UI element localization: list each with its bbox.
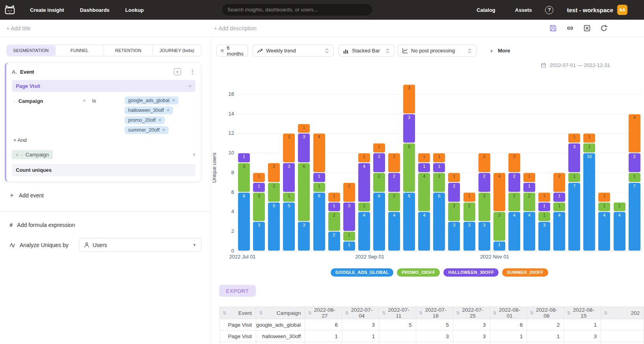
event-menu-icon[interactable]: ⋮: [190, 68, 195, 75]
workspace-name[interactable]: test - workspace: [567, 7, 613, 13]
add-formula-button[interactable]: # Add formula expression: [9, 221, 75, 228]
bar-segment-google_ads_global[interactable]: 7: [629, 183, 640, 251]
bar-segment-summer_20off[interactable]: 1: [538, 193, 550, 202]
remove-breakdown-icon[interactable]: ×: [16, 152, 18, 157]
add-title-field[interactable]: + Add title: [6, 25, 31, 32]
bar-segment-google_ads_global[interactable]: 4: [553, 212, 565, 251]
table-header-cell[interactable]: ⇅2022-08-15: [564, 307, 601, 319]
sort-icon[interactable]: ⇅: [345, 311, 348, 316]
bar-segment-summer_20off[interactable]: 2: [508, 153, 520, 172]
bar-segment-summer_20off[interactable]: 4: [629, 114, 640, 153]
bar-segment-google_ads_global[interactable]: 3: [478, 222, 490, 251]
bar-segment-summer_20off[interactable]: 2: [388, 153, 400, 172]
nav-assets[interactable]: Assets: [515, 7, 532, 13]
bar-segment-google_ads_global[interactable]: 4: [614, 212, 625, 251]
legend-item-promo_20off[interactable]: PROMO_20OFF: [397, 268, 440, 277]
bar-segment-promo_20off[interactable]: 1: [629, 173, 640, 182]
bar-segment-halloween_30off[interactable]: 3: [343, 203, 355, 231]
bar-segment-summer_20off[interactable]: 1: [463, 193, 475, 202]
legend-item-halloween_30off[interactable]: HALLOWEEN_30OFF: [443, 268, 499, 277]
sort-icon[interactable]: ⇅: [382, 311, 385, 316]
table-header-cell[interactable]: ⇅2022-06-27: [305, 307, 342, 319]
bar-segment-google_ads_global[interactable]: 3: [463, 222, 475, 251]
bar-segment-google_ads_global[interactable]: 6: [433, 193, 445, 251]
legend-item-summer_20off[interactable]: SUMMER_20OFF: [502, 268, 548, 277]
tab-funnel[interactable]: FUNNEL: [55, 45, 104, 56]
bar-segment-summer_20off[interactable]: 1: [568, 134, 580, 143]
bar-segment-google_ads_global[interactable]: 4: [418, 212, 430, 251]
bar-segment-google_ads_global[interactable]: 1: [343, 242, 355, 251]
bar-segment-halloween_30off[interactable]: 1: [418, 163, 430, 172]
bar-segment-google_ads_global[interactable]: 4: [523, 212, 535, 251]
bar-segment-summer_20off[interactable]: 3: [403, 85, 415, 113]
bar-segment-promo_20off[interactable]: 1: [538, 212, 550, 221]
add-event-button[interactable]: + Add event: [10, 192, 44, 199]
bar-segment-summer_20off[interactable]: 4: [313, 134, 325, 172]
bar-segment-halloween_30off[interactable]: 1: [253, 183, 265, 192]
bar-segment-halloween_30off[interactable]: 1: [313, 173, 325, 182]
chart-date-range[interactable]: 2022-07-01 — 2022-12-31: [541, 62, 610, 68]
bar-segment-summer_20off[interactable]: 1: [253, 173, 265, 182]
bar-segment-promo_20off[interactable]: 3: [478, 193, 490, 221]
bar-segment-google_ads_global[interactable]: 1: [493, 242, 505, 251]
bar-segment-halloween_30off[interactable]: 1: [553, 193, 565, 202]
save-icon[interactable]: [549, 24, 557, 32]
bar-segment-summer_20off[interactable]: 1: [328, 193, 340, 202]
bar-segment-summer_20off[interactable]: 3: [283, 134, 295, 162]
breakdown-tag[interactable]: × · Campaign: [12, 150, 53, 159]
sort-icon[interactable]: ⇅: [259, 311, 262, 316]
app-logo-cat-icon[interactable]: [4, 4, 16, 16]
table-header-cell[interactable]: ⇅2022-07-18: [416, 307, 453, 319]
more-button[interactable]: + More: [490, 45, 510, 57]
bar-segment-summer_20off[interactable]: 1: [373, 143, 385, 152]
bar-segment-promo_20off[interactable]: 1: [553, 203, 565, 212]
bar-segment-google_ads_global[interactable]: 2: [328, 232, 340, 251]
bar-segment-promo_20off[interactable]: 1: [313, 183, 325, 192]
bar-segment-promo_20off[interactable]: 3: [238, 163, 250, 192]
remove-tag-icon[interactable]: ×: [167, 108, 169, 113]
bar-segment-halloween_30off[interactable]: 1: [433, 163, 445, 172]
bar-segment-halloween_30off[interactable]: 2: [448, 183, 460, 202]
add-and-condition[interactable]: + And: [13, 137, 27, 143]
bar-segment-halloween_30off[interactable]: 2: [629, 153, 640, 172]
bar-segment-promo_20off[interactable]: 1: [358, 203, 370, 212]
bar-segment-promo_20off[interactable]: 3: [493, 212, 505, 241]
remove-tag-icon[interactable]: ×: [162, 127, 165, 133]
bar-segment-halloween_30off[interactable]: 3: [298, 134, 310, 162]
help-icon[interactable]: ?: [545, 6, 553, 14]
refresh-icon[interactable]: [600, 24, 608, 32]
bar-segment-summer_20off[interactable]: 1: [583, 134, 595, 143]
bar-segment-summer_20off[interactable]: 1: [433, 153, 445, 162]
bar-segment-summer_20off[interactable]: 1: [418, 153, 430, 162]
duplicate-event-icon[interactable]: +: [174, 68, 181, 75]
bar-segment-google_ads_global[interactable]: 6: [373, 193, 385, 251]
sort-icon[interactable]: ⇅: [567, 311, 570, 316]
bar-segment-halloween_30off[interactable]: 2: [388, 173, 400, 192]
aggregation-selector[interactable]: Count uniques: [12, 164, 195, 176]
bar-segment-google_ads_global[interactable]: 5: [268, 203, 280, 251]
bar-segment-google_ads_global[interactable]: 3: [298, 222, 310, 251]
bar-segment-halloween_30off[interactable]: 2: [508, 173, 520, 192]
table-header-cell[interactable]: ⇅2022-07-11: [379, 307, 416, 319]
bar-segment-summer_20off[interactable]: 1: [523, 173, 535, 182]
bar-segment-halloween_30off[interactable]: 1: [538, 203, 550, 212]
remove-filter-icon[interactable]: ×: [83, 97, 90, 105]
bar-segment-promo_20off[interactable]: 1: [583, 143, 595, 152]
bar-segment-summer_20off[interactable]: 1: [298, 124, 310, 133]
bar-segment-summer_20off[interactable]: 1: [358, 153, 370, 162]
filter-value-tag[interactable]: halloween_30off×: [125, 106, 173, 114]
bar-segment-promo_20off[interactable]: 1: [343, 232, 355, 241]
bar-segment-summer_20off[interactable]: 2: [478, 153, 490, 172]
bar-segment-promo_20off[interactable]: 6: [298, 163, 310, 221]
bar-segment-promo_20off[interactable]: 4: [418, 173, 430, 212]
sort-icon[interactable]: ⇅: [530, 311, 533, 316]
bar-segment-google_ads_global[interactable]: 6: [238, 193, 250, 251]
trend-select[interactable]: Weekly trend: [253, 45, 334, 57]
table-header-cell[interactable]: ⇅Campaign: [256, 307, 305, 319]
add-description-field[interactable]: + Add description: [214, 25, 257, 32]
bar-segment-halloween_30off[interactable]: 1: [523, 183, 535, 192]
table-header-cell[interactable]: ⇅Event: [220, 307, 256, 319]
nav-lookup[interactable]: Lookup: [125, 7, 144, 13]
bar-segment-halloween_30off[interactable]: 2: [373, 153, 385, 172]
bar-segment-summer_20off[interactable]: 1: [448, 173, 460, 182]
